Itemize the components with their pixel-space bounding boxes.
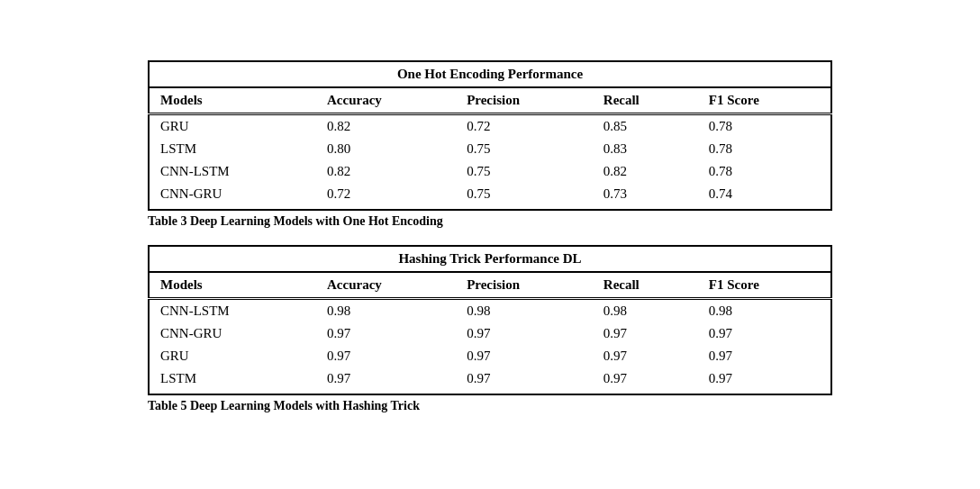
- table1-wrapper: One Hot Encoding Performance Models Accu…: [148, 60, 832, 229]
- cell-model: CNN-LSTM: [149, 160, 316, 183]
- cell-model: CNN-LSTM: [149, 298, 316, 322]
- cell-f1score: 0.97: [698, 345, 831, 367]
- table-row: GRU 0.82 0.72 0.85 0.78: [149, 113, 831, 138]
- table-row: GRU 0.97 0.97 0.97 0.97: [149, 345, 831, 367]
- cell-recall: 0.97: [593, 322, 698, 345]
- cell-recall: 0.85: [593, 113, 698, 138]
- cell-accuracy: 0.82: [316, 160, 456, 183]
- table2-caption-bold: Table 5: [148, 399, 186, 412]
- cell-model: GRU: [149, 113, 316, 138]
- table1-caption-text: Deep Learning Models with One Hot Encodi…: [186, 214, 442, 228]
- cell-recall: 0.97: [593, 367, 698, 394]
- cell-f1score: 0.78: [698, 113, 831, 138]
- table-row: CNN-GRU 0.97 0.97 0.97 0.97: [149, 322, 831, 345]
- page-content: One Hot Encoding Performance Models Accu…: [148, 60, 832, 430]
- cell-recall: 0.73: [593, 183, 698, 210]
- cell-precision: 0.75: [456, 160, 593, 183]
- table1-title-row: One Hot Encoding Performance: [149, 61, 831, 87]
- cell-precision: 0.98: [456, 298, 593, 322]
- table2-header-accuracy: Accuracy: [316, 272, 456, 299]
- cell-precision: 0.97: [456, 322, 593, 345]
- table-row: CNN-GRU 0.72 0.75 0.73 0.74: [149, 183, 831, 210]
- cell-precision: 0.97: [456, 345, 593, 367]
- cell-recall: 0.97: [593, 345, 698, 367]
- table2-caption: Table 5 Deep Learning Models with Hashin…: [148, 395, 832, 413]
- cell-recall: 0.98: [593, 298, 698, 322]
- table1-header-f1score: F1 Score: [698, 87, 831, 114]
- cell-recall: 0.83: [593, 138, 698, 160]
- table1-header-row: Models Accuracy Precision Recall F1 Scor…: [149, 87, 831, 114]
- table-row: CNN-LSTM 0.82 0.75 0.82 0.78: [149, 160, 831, 183]
- cell-precision: 0.75: [456, 138, 593, 160]
- table2-header-models: Models: [149, 272, 316, 299]
- table-row: LSTM 0.80 0.75 0.83 0.78: [149, 138, 831, 160]
- cell-precision: 0.97: [456, 367, 593, 394]
- cell-accuracy: 0.72: [316, 183, 456, 210]
- cell-f1score: 0.78: [698, 138, 831, 160]
- table1-header-accuracy: Accuracy: [316, 87, 456, 114]
- table1-header-recall: Recall: [593, 87, 698, 114]
- table1-header-precision: Precision: [456, 87, 593, 114]
- table2-title-row: Hashing Trick Performance DL: [149, 246, 831, 272]
- cell-f1score: 0.98: [698, 298, 831, 322]
- table1: One Hot Encoding Performance Models Accu…: [148, 60, 832, 211]
- cell-model: GRU: [149, 345, 316, 367]
- cell-precision: 0.72: [456, 113, 593, 138]
- cell-f1score: 0.97: [698, 367, 831, 394]
- cell-accuracy: 0.97: [316, 322, 456, 345]
- table2-header-row: Models Accuracy Precision Recall F1 Scor…: [149, 272, 831, 299]
- cell-recall: 0.82: [593, 160, 698, 183]
- table1-caption-bold: Table 3: [148, 214, 186, 228]
- cell-accuracy: 0.97: [316, 345, 456, 367]
- cell-model: LSTM: [149, 138, 316, 160]
- cell-accuracy: 0.80: [316, 138, 456, 160]
- table1-title: One Hot Encoding Performance: [149, 61, 831, 87]
- table1-caption: Table 3 Deep Learning Models with One Ho…: [148, 211, 832, 229]
- table-row: CNN-LSTM 0.98 0.98 0.98 0.98: [149, 298, 831, 322]
- cell-accuracy: 0.97: [316, 367, 456, 394]
- table1-header-models: Models: [149, 87, 316, 114]
- cell-model: CNN-GRU: [149, 183, 316, 210]
- cell-accuracy: 0.98: [316, 298, 456, 322]
- cell-model: CNN-GRU: [149, 322, 316, 345]
- table2-wrapper: Hashing Trick Performance DL Models Accu…: [148, 245, 832, 413]
- table2: Hashing Trick Performance DL Models Accu…: [148, 245, 832, 395]
- cell-model: LSTM: [149, 367, 316, 394]
- cell-f1score: 0.74: [698, 183, 831, 210]
- table2-header-precision: Precision: [456, 272, 593, 299]
- table2-caption-text: Deep Learning Models with Hashing Trick: [186, 399, 420, 412]
- cell-accuracy: 0.82: [316, 113, 456, 138]
- table-row: LSTM 0.97 0.97 0.97 0.97: [149, 367, 831, 394]
- table2-header-f1score: F1 Score: [698, 272, 831, 299]
- cell-precision: 0.75: [456, 183, 593, 210]
- table2-header-recall: Recall: [593, 272, 698, 299]
- table2-title: Hashing Trick Performance DL: [149, 246, 831, 272]
- cell-f1score: 0.78: [698, 160, 831, 183]
- cell-f1score: 0.97: [698, 322, 831, 345]
